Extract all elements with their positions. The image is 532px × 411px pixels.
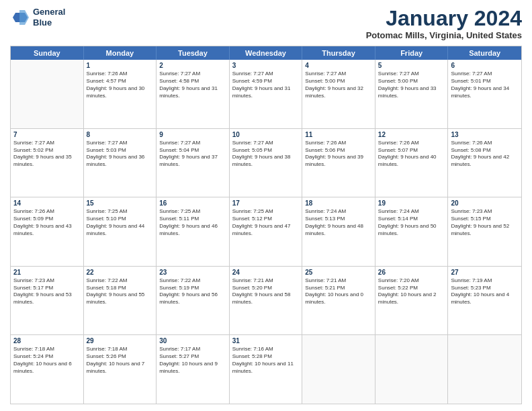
calendar-cell: 30Sunrise: 7:17 AM Sunset: 5:27 PM Dayli… xyxy=(157,335,230,404)
svg-marker-1 xyxy=(19,10,29,25)
cell-info: Sunrise: 7:25 AM Sunset: 5:12 PM Dayligh… xyxy=(232,208,300,237)
calendar-cell xyxy=(11,60,84,128)
day-number: 30 xyxy=(159,337,226,345)
day-number: 9 xyxy=(159,131,226,138)
day-number: 22 xyxy=(87,269,154,276)
calendar-cell: 15Sunrise: 7:25 AM Sunset: 5:10 PM Dayli… xyxy=(84,197,157,266)
calendar-cell: 3Sunrise: 7:27 AM Sunset: 4:59 PM Daylig… xyxy=(230,60,303,128)
cell-info: Sunrise: 7:18 AM Sunset: 5:26 PM Dayligh… xyxy=(87,346,154,375)
calendar-cell: 11Sunrise: 7:26 AM Sunset: 5:06 PM Dayli… xyxy=(302,129,375,197)
day-number: 17 xyxy=(232,199,300,207)
cell-info: Sunrise: 7:24 AM Sunset: 5:14 PM Dayligh… xyxy=(378,208,445,237)
location: Potomac Mills, Virginia, United States xyxy=(366,30,522,40)
cell-info: Sunrise: 7:23 AM Sunset: 5:17 PM Dayligh… xyxy=(13,277,81,306)
weekday-header: Wednesday xyxy=(230,46,303,60)
calendar-cell: 4Sunrise: 7:27 AM Sunset: 5:00 PM Daylig… xyxy=(302,60,375,128)
cell-info: Sunrise: 7:26 AM Sunset: 5:06 PM Dayligh… xyxy=(305,140,372,169)
day-number: 19 xyxy=(378,199,445,207)
calendar-cell: 12Sunrise: 7:26 AM Sunset: 5:07 PM Dayli… xyxy=(375,129,449,197)
day-number: 26 xyxy=(378,269,445,276)
calendar-cell: 23Sunrise: 7:22 AM Sunset: 5:19 PM Dayli… xyxy=(157,267,230,335)
day-number: 6 xyxy=(451,62,519,69)
day-number: 4 xyxy=(305,62,372,69)
calendar-cell: 19Sunrise: 7:24 AM Sunset: 5:14 PM Dayli… xyxy=(375,197,449,266)
calendar-cell: 9Sunrise: 7:27 AM Sunset: 5:04 PM Daylig… xyxy=(157,129,230,197)
logo-icon xyxy=(10,7,30,28)
cell-info: Sunrise: 7:26 AM Sunset: 4:57 PM Dayligh… xyxy=(87,71,154,99)
calendar-cell: 20Sunrise: 7:23 AM Sunset: 5:15 PM Dayli… xyxy=(448,197,521,266)
calendar-cell xyxy=(375,335,449,404)
calendar-cell: 7Sunrise: 7:27 AM Sunset: 5:02 PM Daylig… xyxy=(11,129,84,197)
month-title: January 2024 xyxy=(366,7,522,30)
cell-info: Sunrise: 7:27 AM Sunset: 5:00 PM Dayligh… xyxy=(378,71,445,99)
cell-info: Sunrise: 7:26 AM Sunset: 5:08 PM Dayligh… xyxy=(451,140,519,169)
day-number: 18 xyxy=(305,199,372,207)
calendar-cell: 13Sunrise: 7:26 AM Sunset: 5:08 PM Dayli… xyxy=(448,129,521,197)
cell-info: Sunrise: 7:27 AM Sunset: 4:58 PM Dayligh… xyxy=(159,71,226,99)
day-number: 31 xyxy=(232,337,300,345)
cell-info: Sunrise: 7:25 AM Sunset: 5:10 PM Dayligh… xyxy=(87,208,154,237)
title-block: January 2024 Potomac Mills, Virginia, Un… xyxy=(366,7,522,40)
calendar: SundayMondayTuesdayWednesdayThursdayFrid… xyxy=(10,46,522,404)
cell-info: Sunrise: 7:26 AM Sunset: 5:09 PM Dayligh… xyxy=(13,208,81,237)
logo-text: General Blue xyxy=(33,7,65,28)
cell-info: Sunrise: 7:26 AM Sunset: 5:07 PM Dayligh… xyxy=(378,140,445,169)
calendar-cell: 2Sunrise: 7:27 AM Sunset: 4:58 PM Daylig… xyxy=(157,60,230,128)
calendar-cell: 26Sunrise: 7:20 AM Sunset: 5:22 PM Dayli… xyxy=(375,267,449,335)
calendar-body: 1Sunrise: 7:26 AM Sunset: 4:57 PM Daylig… xyxy=(11,60,521,404)
day-number: 16 xyxy=(159,199,226,207)
calendar-cell xyxy=(302,335,375,404)
calendar-row: 1Sunrise: 7:26 AM Sunset: 4:57 PM Daylig… xyxy=(11,60,521,129)
day-number: 3 xyxy=(232,62,300,69)
day-number: 25 xyxy=(305,269,372,276)
calendar-cell: 18Sunrise: 7:24 AM Sunset: 5:13 PM Dayli… xyxy=(302,197,375,266)
calendar-cell: 16Sunrise: 7:25 AM Sunset: 5:11 PM Dayli… xyxy=(157,197,230,266)
day-number: 28 xyxy=(13,337,81,345)
cell-info: Sunrise: 7:27 AM Sunset: 5:00 PM Dayligh… xyxy=(305,71,372,99)
calendar-row: 7Sunrise: 7:27 AM Sunset: 5:02 PM Daylig… xyxy=(11,129,521,198)
logo: General Blue xyxy=(10,7,65,28)
calendar-cell: 25Sunrise: 7:21 AM Sunset: 5:21 PM Dayli… xyxy=(302,267,375,335)
calendar-cell: 22Sunrise: 7:22 AM Sunset: 5:18 PM Dayli… xyxy=(84,267,157,335)
day-number: 21 xyxy=(13,269,81,276)
header: General Blue January 2024 Potomac Mills,… xyxy=(10,7,522,40)
calendar-cell: 5Sunrise: 7:27 AM Sunset: 5:00 PM Daylig… xyxy=(375,60,449,128)
day-number: 2 xyxy=(159,62,226,69)
day-number: 29 xyxy=(87,337,154,345)
calendar-cell: 1Sunrise: 7:26 AM Sunset: 4:57 PM Daylig… xyxy=(84,60,157,128)
day-number: 15 xyxy=(87,199,154,207)
cell-info: Sunrise: 7:27 AM Sunset: 5:01 PM Dayligh… xyxy=(451,71,519,99)
day-number: 20 xyxy=(451,199,519,207)
cell-info: Sunrise: 7:21 AM Sunset: 5:20 PM Dayligh… xyxy=(232,277,300,306)
day-number: 14 xyxy=(13,199,81,207)
calendar-cell: 17Sunrise: 7:25 AM Sunset: 5:12 PM Dayli… xyxy=(230,197,303,266)
day-number: 11 xyxy=(305,131,372,138)
day-number: 10 xyxy=(232,131,300,138)
calendar-cell: 14Sunrise: 7:26 AM Sunset: 5:09 PM Dayli… xyxy=(11,197,84,266)
cell-info: Sunrise: 7:18 AM Sunset: 5:24 PM Dayligh… xyxy=(13,346,81,375)
calendar-cell: 10Sunrise: 7:27 AM Sunset: 5:05 PM Dayli… xyxy=(230,129,303,197)
cell-info: Sunrise: 7:16 AM Sunset: 5:28 PM Dayligh… xyxy=(232,346,300,375)
cell-info: Sunrise: 7:22 AM Sunset: 5:18 PM Dayligh… xyxy=(87,277,154,306)
weekday-header: Sunday xyxy=(11,46,84,60)
day-number: 8 xyxy=(87,131,154,138)
calendar-row: 14Sunrise: 7:26 AM Sunset: 5:09 PM Dayli… xyxy=(11,197,521,267)
calendar-cell: 29Sunrise: 7:18 AM Sunset: 5:26 PM Dayli… xyxy=(84,335,157,404)
calendar-cell: 8Sunrise: 7:27 AM Sunset: 5:03 PM Daylig… xyxy=(84,129,157,197)
cell-info: Sunrise: 7:22 AM Sunset: 5:19 PM Dayligh… xyxy=(159,277,226,306)
calendar-cell: 24Sunrise: 7:21 AM Sunset: 5:20 PM Dayli… xyxy=(230,267,303,335)
day-number: 27 xyxy=(451,269,519,276)
cell-info: Sunrise: 7:19 AM Sunset: 5:23 PM Dayligh… xyxy=(451,277,519,306)
cell-info: Sunrise: 7:27 AM Sunset: 5:05 PM Dayligh… xyxy=(232,140,300,169)
calendar-cell: 6Sunrise: 7:27 AM Sunset: 5:01 PM Daylig… xyxy=(448,60,521,128)
calendar-cell: 28Sunrise: 7:18 AM Sunset: 5:24 PM Dayli… xyxy=(11,335,84,404)
cell-info: Sunrise: 7:25 AM Sunset: 5:11 PM Dayligh… xyxy=(159,208,226,237)
calendar-cell: 27Sunrise: 7:19 AM Sunset: 5:23 PM Dayli… xyxy=(448,267,521,335)
calendar-cell: 31Sunrise: 7:16 AM Sunset: 5:28 PM Dayli… xyxy=(230,335,303,404)
weekday-header: Monday xyxy=(84,46,157,60)
day-number: 24 xyxy=(232,269,300,276)
cell-info: Sunrise: 7:24 AM Sunset: 5:13 PM Dayligh… xyxy=(305,208,372,237)
calendar-cell xyxy=(448,335,521,404)
cell-info: Sunrise: 7:23 AM Sunset: 5:15 PM Dayligh… xyxy=(451,208,519,237)
cell-info: Sunrise: 7:27 AM Sunset: 5:03 PM Dayligh… xyxy=(87,140,154,169)
